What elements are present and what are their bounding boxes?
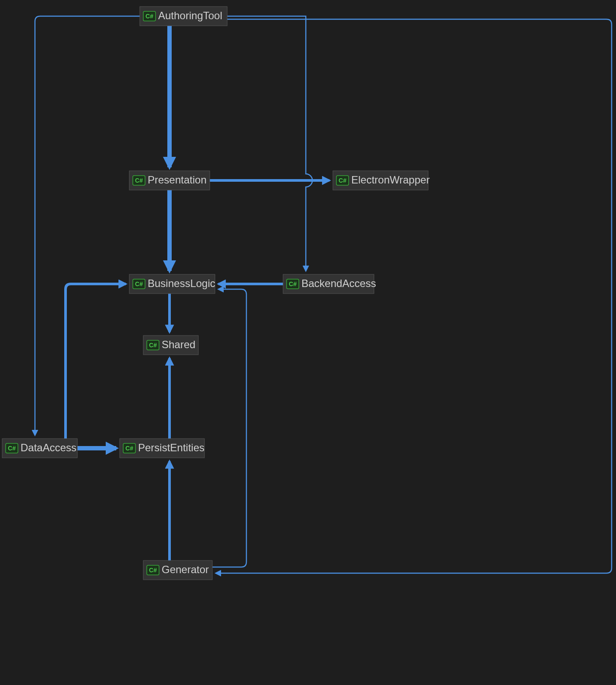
node-label: ElectronWrapper [351, 174, 430, 186]
node-authoringtool[interactable]: C# AuthoringTool [140, 7, 227, 26]
csharp-icon: C# [135, 177, 143, 184]
node-backendaccess[interactable]: C# BackendAccess [283, 274, 376, 294]
csharp-icon: C# [145, 13, 153, 20]
csharp-icon: C# [125, 445, 133, 452]
node-dataaccess[interactable]: C# DataAccess [2, 439, 77, 458]
node-generator[interactable]: C# Generator [143, 560, 212, 580]
node-label: AuthoringTool [158, 10, 222, 21]
node-electronwrapper[interactable]: C# ElectronWrapper [333, 171, 430, 190]
node-shared[interactable]: C# Shared [143, 336, 198, 355]
csharp-icon: C# [8, 445, 16, 452]
edge-authoringtool-dataaccess [35, 16, 140, 435]
edge-authoringtool-backendaccess [227, 16, 312, 271]
csharp-icon: C# [289, 280, 297, 287]
node-label: BackendAccess [301, 277, 376, 289]
node-presentation[interactable]: C# Presentation [129, 171, 210, 190]
edges-layer [35, 16, 612, 573]
node-label: BusinessLogic [148, 277, 215, 289]
edge-dataaccess-businesslogic [66, 284, 126, 439]
node-businesslogic[interactable]: C# BusinessLogic [129, 274, 215, 294]
edge-generator-businesslogic [212, 289, 246, 567]
csharp-icon: C# [339, 177, 346, 184]
node-label: PersistEntities [138, 442, 204, 453]
node-label: Shared [162, 339, 195, 350]
csharp-icon: C# [149, 567, 157, 574]
node-label: Presentation [148, 174, 207, 186]
node-label: DataAccess [21, 442, 76, 453]
csharp-icon: C# [135, 280, 143, 287]
node-persistentities[interactable]: C# PersistEntities [120, 439, 204, 458]
dependency-diagram: C# AuthoringTool C# Presentation C# Elec… [0, 0, 616, 685]
node-label: Generator [162, 564, 209, 575]
csharp-icon: C# [149, 342, 157, 349]
edge-authoringtool-generator [216, 19, 612, 573]
